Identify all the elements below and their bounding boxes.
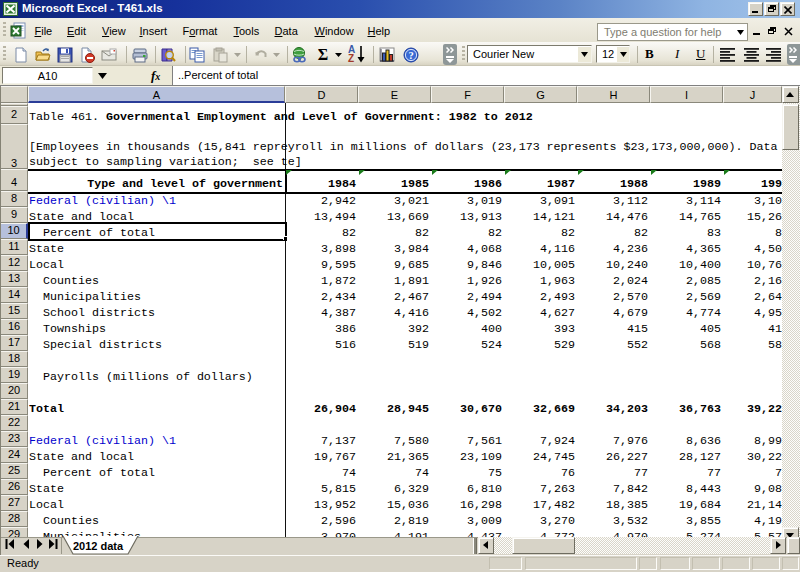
svg-text:?: ? <box>408 50 413 61</box>
